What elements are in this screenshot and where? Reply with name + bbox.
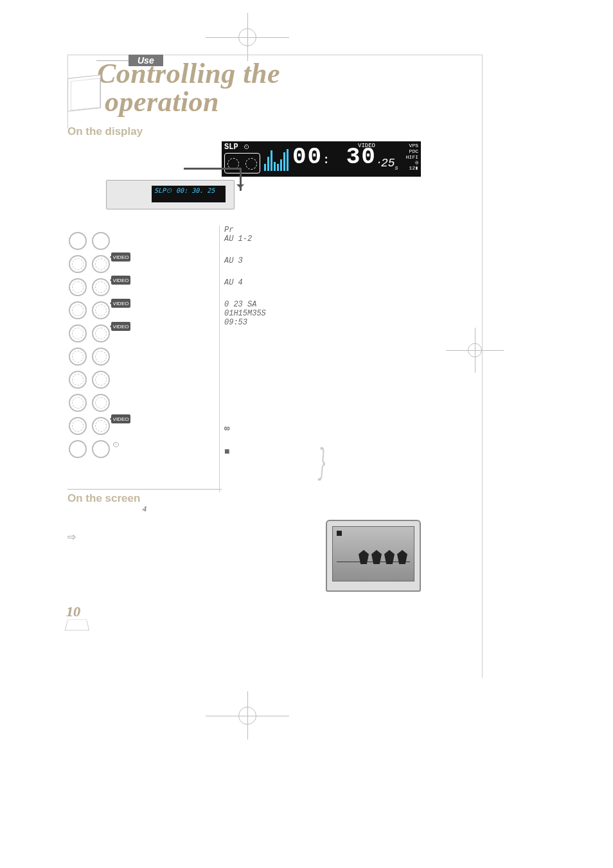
on-screen-section: On the screen 4 ⇨: [67, 489, 222, 543]
video-badge: VIDEO: [111, 414, 130, 423]
vcr-mini-display: SLP⏲ 00: 30. 25: [152, 186, 226, 202]
video-badge: VIDEO: [111, 276, 130, 285]
knob-dotted: [92, 348, 110, 366]
clock-icon: ⏲: [244, 143, 250, 151]
display-indicators: VPS PDC HIFI ◎ 12▮: [406, 143, 418, 172]
infinity-icon: ∞: [224, 423, 229, 434]
video-badge: VIDEO: [111, 252, 130, 261]
knob-dotted: [92, 394, 110, 412]
video-badge: VIDEO: [111, 322, 130, 331]
video-badge: VIDEO: [111, 299, 130, 308]
knob-dotted: [69, 394, 87, 412]
time-readout: 00: 30.: [292, 144, 383, 170]
guide-line: [482, 55, 483, 678]
on-display-heading: On the display: [67, 125, 424, 138]
knob-dotted: [69, 417, 87, 435]
knob-plain: [69, 232, 87, 250]
title-line-1: Controlling the: [97, 60, 424, 88]
clock-icon: ⏲: [112, 440, 120, 449]
crop-mark-top: [212, 19, 283, 55]
vu-meter-icon: [264, 148, 289, 171]
list-item: AU 3: [222, 256, 363, 265]
page-title: Controlling the operation: [97, 60, 424, 116]
knob-dotted: [69, 278, 87, 296]
crop-mark-bottom: [212, 698, 283, 733]
title-line-2: operation: [105, 88, 424, 116]
slp-indicator: SLP: [224, 143, 238, 152]
on-screen-heading: On the screen: [67, 492, 222, 505]
book-icon: [67, 75, 101, 111]
knob-dotted: [69, 348, 87, 366]
knob-dotted: [69, 255, 87, 273]
knob-dotted: [69, 324, 87, 342]
stop-icon: [337, 531, 342, 536]
list-item: Pr AU 1-2: [222, 226, 363, 244]
arrow-right-icon: ⇨: [67, 531, 222, 543]
list-item: ∞: [222, 423, 363, 434]
list-item: ■: [222, 447, 363, 457]
knob-plain: [69, 440, 87, 458]
knob-dotted: [69, 301, 87, 319]
figures-silhouette: [346, 550, 407, 565]
brace-icon: }: [318, 443, 326, 484]
list-item: 0 23 SA 01H15M35S 09:53: [222, 300, 363, 327]
tv-illustration: [326, 520, 421, 592]
page-number: 10: [66, 603, 88, 632]
knob-plain: [92, 440, 110, 458]
book-icon: [65, 619, 90, 630]
knob-plain: [92, 232, 110, 250]
crop-mark-right: [452, 334, 497, 366]
divider: [219, 226, 220, 492]
channel-list: Pr AU 1-2 AU 3 AU 4 0 23 SA 01H15M35S 09…: [222, 226, 363, 470]
seconds-readout: 25S: [381, 157, 398, 171]
item-number: 4: [67, 504, 222, 514]
vcr-unit-illustration: SLP⏲ 00: 30. 25: [106, 180, 235, 209]
stop-icon: ■: [224, 447, 229, 457]
tv-screen: [332, 526, 414, 581]
list-item: AU 4: [222, 278, 363, 287]
page-title-block: Controlling the operation: [67, 60, 424, 116]
knob-dotted: [69, 371, 87, 389]
vcr-display-large: SLP ⏲ VIDEO 00: 30. 25S VPS PDC HIFI ◎ 1…: [222, 141, 421, 177]
knob-dotted: [92, 371, 110, 389]
